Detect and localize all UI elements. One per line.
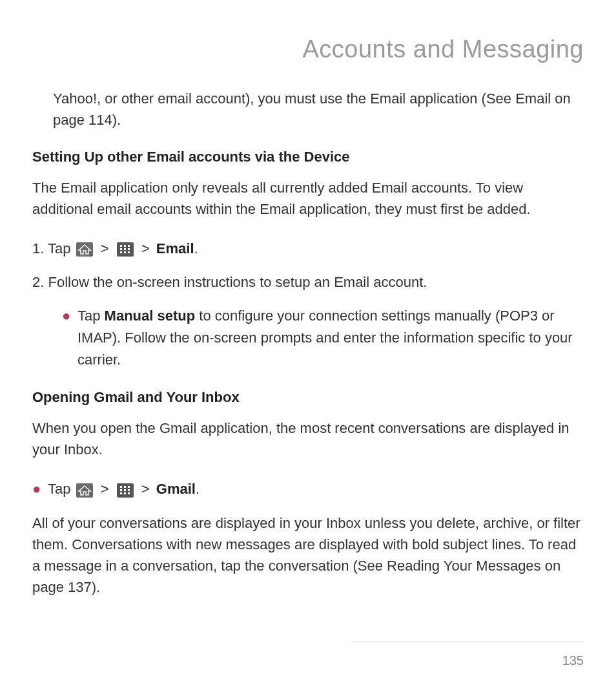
step-1: 1. Tap > > Email. [32,238,584,260]
svg-rect-13 [124,489,126,491]
manual-setup-bullet: ● Tap Manual setup to configure your con… [62,305,584,371]
svg-rect-17 [128,492,130,494]
svg-rect-5 [128,248,130,250]
svg-rect-8 [128,251,130,253]
bullet-prefix: Tap [77,308,105,324]
svg-rect-7 [124,251,126,253]
svg-rect-15 [120,492,122,494]
svg-rect-1 [124,245,126,247]
bullet-dot-icon: ● [62,305,77,371]
bullet-dot-icon: ● [32,478,48,500]
svg-rect-12 [120,489,122,491]
section-heading-gmail: Opening Gmail and Your Inbox [32,389,584,406]
footer-divider [351,642,584,642]
manual-page: Accounts and Messaging Yahoo!, or other … [0,0,616,694]
separator: > [141,240,154,257]
step1-prefix: 1. Tap [32,240,75,257]
svg-rect-10 [124,486,126,488]
apps-grid-icon [117,483,134,498]
svg-rect-4 [124,248,126,250]
home-icon [76,483,93,498]
apps-grid-icon [117,242,134,257]
page-title: Accounts and Messaging [32,36,584,63]
gmail-bullet-content: Tap > > Gmail. [48,478,584,500]
step-2: 2. Follow the on-screen instructions to … [32,271,584,293]
separator: > [101,481,113,497]
section2-paragraph: When you open the Gmail application, the… [32,417,584,460]
gmail-bullet: ● Tap > > Gmail. [32,478,584,500]
period: . [196,481,200,497]
svg-rect-3 [120,248,122,250]
separator: > [141,481,154,497]
svg-rect-14 [128,489,130,491]
separator: > [101,240,113,257]
svg-rect-9 [120,486,122,488]
section1-paragraph: The Email application only reveals all c… [32,177,584,220]
email-label: Email [156,240,194,257]
svg-rect-6 [120,251,122,253]
bullet-prefix: Tap [48,481,75,497]
gmail-label: Gmail [156,481,196,497]
svg-rect-0 [120,245,122,247]
bullet-content: Tap Manual setup to configure your conne… [77,305,584,371]
svg-rect-2 [128,245,130,247]
home-icon [76,242,93,257]
page-number: 135 [562,653,584,668]
manual-setup-label: Manual setup [105,308,196,324]
closing-paragraph: All of your conversations are displayed … [32,512,584,598]
period: . [194,240,198,257]
svg-rect-11 [128,486,130,488]
svg-rect-16 [124,492,126,494]
section-heading-setup: Setting Up other Email accounts via the … [32,149,584,165]
intro-paragraph: Yahoo!, or other email account), you mus… [53,88,584,131]
